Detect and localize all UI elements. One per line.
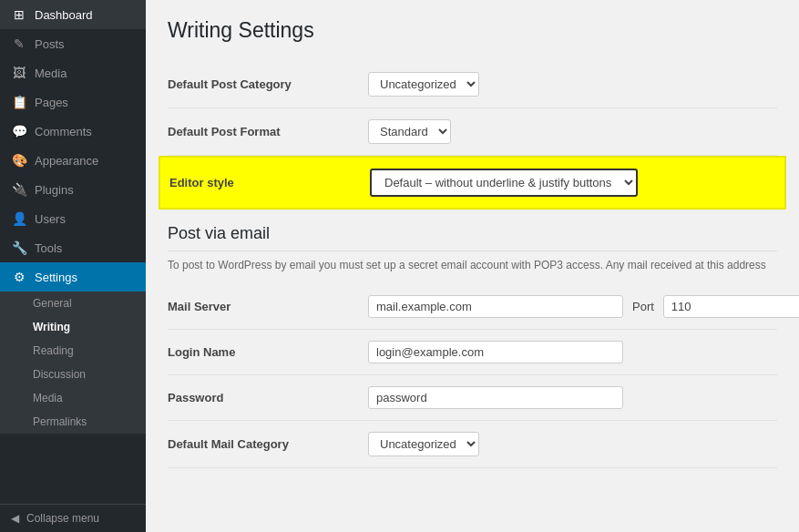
sidebar-item-label: Dashboard [35, 8, 93, 22]
sidebar-item-label: Appearance [35, 154, 98, 168]
mail-server-input-group: Port [368, 295, 799, 318]
sidebar-item-label: Plugins [35, 183, 74, 197]
editor-style-control: Default – without underline & justify bu… [370, 169, 775, 197]
default-mail-category-select[interactable]: Uncategorized [368, 432, 479, 456]
sidebar-item-label: Comments [35, 125, 92, 138]
default-mail-category-row: Default Mail Category Uncategorized [168, 421, 777, 468]
pages-icon: 📋 [11, 95, 27, 109]
sidebar-item-tools[interactable]: 🔧 Tools [0, 233, 146, 262]
users-icon: 👤 [11, 211, 27, 226]
collapse-label: Collapse menu [26, 512, 99, 525]
default-post-format-label: Default Post Format [168, 125, 368, 138]
sidebar-submenu-permalinks[interactable]: Permalinks [0, 410, 146, 434]
mail-server-label: Mail Server [168, 300, 368, 313]
editor-style-select[interactable]: Default – without underline & justify bu… [370, 169, 638, 197]
sidebar: ⊞ Dashboard ✎ Posts 🖼 Media 📋 Pages 💬 Co… [0, 0, 146, 532]
sidebar-item-label: Tools [35, 241, 62, 255]
sidebar-item-settings[interactable]: ⚙ Settings [0, 262, 146, 292]
sidebar-item-media[interactable]: 🖼 Media [0, 58, 146, 87]
login-name-input[interactable] [368, 341, 623, 363]
sidebar-item-label: Media [35, 66, 67, 80]
default-post-format-row: Default Post Format Standard [168, 108, 777, 156]
password-row: Password [168, 375, 777, 421]
editor-style-label: Editor style [169, 176, 370, 189]
login-name-control [368, 341, 777, 363]
post-via-email-description: To post to WordPress by email you must s… [168, 257, 777, 273]
settings-submenu: General Writing Reading Discussion Media… [0, 292, 146, 434]
dashboard-icon: ⊞ [11, 7, 27, 22]
media-icon: 🖼 [11, 66, 27, 80]
sidebar-item-appearance[interactable]: 🎨 Appearance [0, 146, 146, 175]
password-control [368, 386, 777, 409]
password-label: Password [168, 391, 368, 404]
default-post-format-select[interactable]: Standard [368, 119, 451, 144]
sidebar-submenu-general[interactable]: General [0, 292, 146, 315]
sidebar-item-label: Users [35, 212, 66, 226]
sidebar-item-label: Posts [35, 37, 65, 51]
sidebar-item-label: Settings [35, 271, 77, 284]
default-post-category-select[interactable]: Uncategorized [368, 72, 479, 97]
submenu-label: Discussion [33, 368, 86, 381]
collapse-icon: ◀ [11, 512, 19, 525]
submenu-label: Reading [33, 344, 74, 357]
login-name-label: Login Name [168, 345, 368, 359]
default-post-format-control: Standard [368, 119, 777, 144]
editor-style-row: Editor style Default – without underline… [159, 156, 786, 210]
posts-icon: ✎ [11, 36, 27, 51]
password-input[interactable] [368, 386, 623, 409]
comments-icon: 💬 [11, 124, 27, 138]
sidebar-item-comments[interactable]: 💬 Comments [0, 117, 146, 146]
submenu-label: Permalinks [33, 415, 87, 428]
default-post-category-control: Uncategorized [368, 72, 777, 97]
port-label: Port [632, 300, 654, 313]
collapse-menu-button[interactable]: ◀ Collapse menu [0, 504, 146, 532]
default-mail-category-control: Uncategorized [368, 432, 777, 456]
mail-server-input[interactable] [368, 295, 623, 318]
submenu-label: Writing [33, 321, 70, 333]
sidebar-item-users[interactable]: 👤 Users [0, 204, 146, 233]
sidebar-item-dashboard[interactable]: ⊞ Dashboard [0, 0, 146, 29]
sidebar-submenu-discussion[interactable]: Discussion [0, 363, 146, 386]
settings-icon: ⚙ [11, 270, 27, 284]
mail-server-row: Mail Server Port [168, 284, 777, 330]
submenu-label: General [33, 297, 72, 310]
sidebar-item-pages[interactable]: 📋 Pages [0, 87, 146, 117]
sidebar-item-posts[interactable]: ✎ Posts [0, 29, 146, 58]
plugins-icon: 🔌 [11, 182, 27, 197]
mail-server-control: Port [368, 295, 799, 318]
appearance-icon: 🎨 [11, 153, 27, 168]
sidebar-item-plugins[interactable]: 🔌 Plugins [0, 175, 146, 204]
port-input[interactable] [663, 295, 799, 318]
default-mail-category-label: Default Mail Category [168, 437, 368, 451]
submenu-label: Media [33, 392, 63, 404]
sidebar-item-label: Pages [35, 96, 68, 109]
default-post-category-row: Default Post Category Uncategorized [168, 61, 777, 108]
main-content: Writing Settings Default Post Category U… [146, 0, 799, 532]
sidebar-submenu-media[interactable]: Media [0, 386, 146, 410]
sidebar-submenu-writing[interactable]: Writing [0, 315, 146, 339]
post-via-email-heading: Post via email [168, 224, 777, 251]
default-post-category-label: Default Post Category [168, 77, 368, 91]
sidebar-submenu-reading[interactable]: Reading [0, 339, 146, 363]
login-name-row: Login Name [168, 330, 777, 375]
tools-icon: 🔧 [11, 240, 27, 255]
page-title: Writing Settings [168, 18, 777, 43]
